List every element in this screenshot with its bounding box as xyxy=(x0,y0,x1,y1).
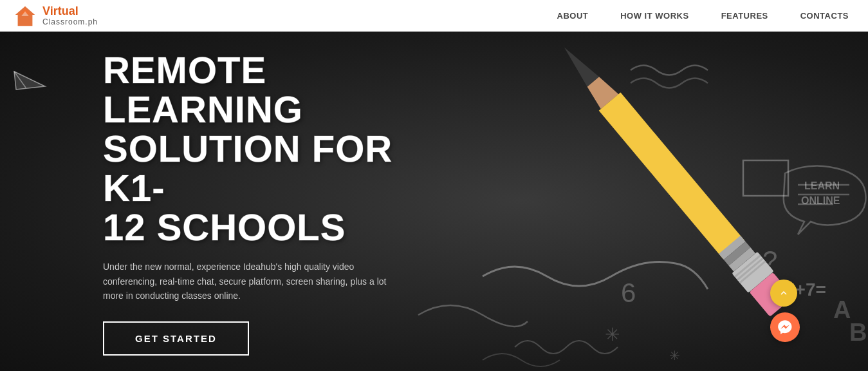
hero-title-line2: LEARNING xyxy=(103,88,303,130)
hero-title: REMOTE LEARNING SOLUTION FOR K1- 12 SCHO… xyxy=(103,51,438,247)
pencil-illustration xyxy=(482,32,804,371)
hero-section: LEARN ONLINE ? 5+7= A B 6 ✳ ✳ xyxy=(0,32,868,371)
logo-text: Virtual Classroom.ph xyxy=(42,5,98,26)
messenger-icon xyxy=(777,319,793,336)
hero-title-line4: 12 SCHOOLS xyxy=(103,206,346,248)
nav-item-how-it-works[interactable]: HOW IT WORKS xyxy=(620,11,688,21)
main-nav: ABOUT HOW IT WORKS FEATURES CONTACTS xyxy=(557,11,849,21)
logo-link[interactable]: Virtual Classroom.ph xyxy=(13,4,98,28)
get-started-button[interactable]: GET STARTED xyxy=(103,321,249,356)
logo-brand-virtual: Virtual xyxy=(42,5,78,17)
nav-item-features[interactable]: FEATURES xyxy=(721,11,768,21)
svg-marker-16 xyxy=(14,71,45,90)
logo-icon xyxy=(13,4,37,28)
hero-title-line1: REMOTE xyxy=(103,49,266,91)
hero-subtitle: Under the new normal, experience Ideahub… xyxy=(103,260,399,303)
svg-text:ONLINE: ONLINE xyxy=(801,195,840,206)
nav-item-about[interactable]: ABOUT xyxy=(557,11,589,21)
nav-item-contacts[interactable]: CONTACTS xyxy=(800,11,849,21)
svg-text:LEARN: LEARN xyxy=(804,180,840,191)
site-header: Virtual Classroom.ph ABOUT HOW IT WORKS … xyxy=(0,0,868,32)
scroll-top-button[interactable] xyxy=(770,280,797,307)
svg-text:B: B xyxy=(849,319,867,346)
svg-rect-20 xyxy=(599,93,745,259)
messenger-button[interactable] xyxy=(770,312,800,342)
svg-marker-18 xyxy=(559,43,599,87)
logo-subname: Classroom.ph xyxy=(42,18,98,26)
hero-content: REMOTE LEARNING SOLUTION FOR K1- 12 SCHO… xyxy=(103,51,438,356)
hero-title-line3: SOLUTION FOR K1- xyxy=(103,128,392,209)
logo-brand: Virtual xyxy=(42,5,98,18)
svg-text:A: A xyxy=(833,296,851,323)
chevron-up-icon xyxy=(778,287,790,299)
